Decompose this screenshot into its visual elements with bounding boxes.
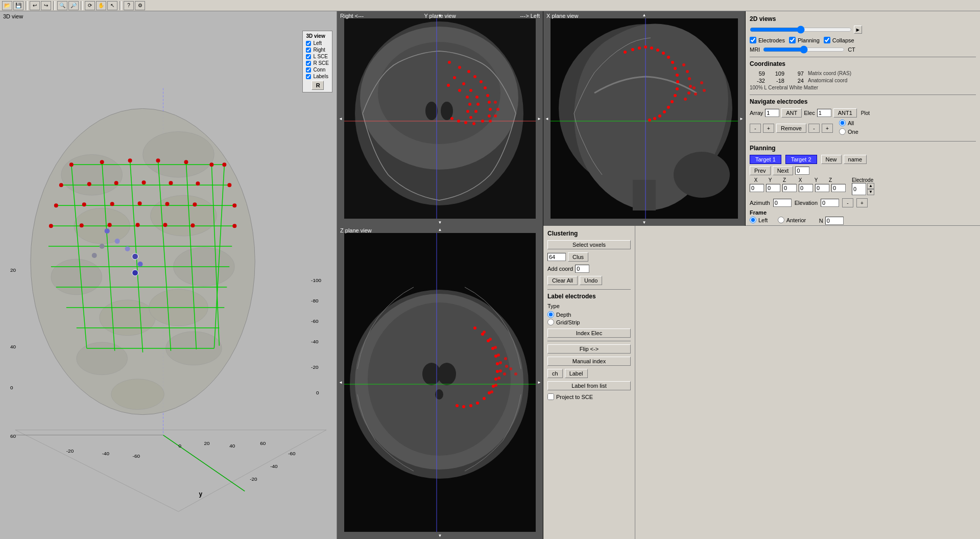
toolbar-btn-open[interactable]: 📂 xyxy=(2,1,12,10)
svg-point-166 xyxy=(692,86,696,89)
toolbar-btn-undo[interactable]: ↩ xyxy=(30,1,40,10)
toolbar-btn-settings[interactable]: ⚙ xyxy=(135,1,145,10)
depth-radio-group[interactable]: Depth xyxy=(547,311,631,318)
grid-strip-label: Grid/Strip xyxy=(556,319,580,325)
select-voxels-button[interactable]: Select voxels xyxy=(547,240,631,249)
zplane-scroll-bottom[interactable]: ▼ xyxy=(337,532,543,539)
grid-strip-radio-group[interactable]: Grid/Strip xyxy=(547,319,631,325)
new-button[interactable]: New xyxy=(821,155,842,164)
elec-plus[interactable]: + xyxy=(822,124,833,133)
nav-minus[interactable]: - xyxy=(750,124,761,133)
name-button[interactable]: name xyxy=(844,155,867,164)
svg-point-109 xyxy=(486,94,489,97)
next-button[interactable]: Next xyxy=(773,166,794,175)
t2z-input[interactable] xyxy=(831,184,846,192)
svg-point-11 xyxy=(51,259,102,295)
depth-radio[interactable] xyxy=(547,311,554,318)
electrodes-check-group[interactable]: Electrodes xyxy=(750,37,785,43)
svg-point-56 xyxy=(49,224,53,228)
toolbar-btn-save[interactable]: 💾 xyxy=(13,1,23,10)
t2x-input[interactable] xyxy=(799,184,813,192)
plot-one-group[interactable]: One xyxy=(839,128,858,135)
next-value-input[interactable] xyxy=(795,167,809,175)
n-input[interactable] xyxy=(825,217,844,225)
toolbar-btn-zoom-out[interactable]: 🔎 xyxy=(68,1,79,10)
toolbar-sep2 xyxy=(53,1,55,10)
prev-button[interactable]: Prev xyxy=(750,166,771,175)
elevation-input[interactable] xyxy=(821,199,839,207)
add-coord-input[interactable] xyxy=(575,265,589,273)
anterior-frame-radio[interactable] xyxy=(778,217,784,223)
zplane-scroll-left[interactable]: ◄ xyxy=(337,226,344,539)
planning-check[interactable] xyxy=(789,37,796,43)
t1y-input[interactable] xyxy=(766,184,780,192)
xplane-scroll-left[interactable]: ◄ xyxy=(543,11,551,226)
clus-button[interactable]: Clus xyxy=(568,252,588,262)
zplane-scroll-right[interactable]: ► xyxy=(536,226,543,539)
left-radio-group[interactable]: Left xyxy=(750,217,772,223)
yplane-scroll-left[interactable]: ◄ xyxy=(337,11,344,226)
views2d-scroll-right[interactable]: ► xyxy=(854,26,862,34)
toolbar-btn-zoom-in[interactable]: 🔍 xyxy=(57,1,67,10)
collapse-check[interactable] xyxy=(824,37,830,43)
t2y-input[interactable] xyxy=(815,184,829,192)
planning-check-group[interactable]: Planning xyxy=(789,37,820,43)
ch-button[interactable]: ch xyxy=(547,369,563,378)
plot-all-radio[interactable] xyxy=(839,120,846,126)
svg-point-123 xyxy=(474,110,477,113)
electrode-input[interactable] xyxy=(852,183,866,195)
electrode-minus[interactable]: ▼ xyxy=(867,189,874,195)
elec-minus[interactable]: - xyxy=(808,124,820,133)
xplane-scroll-right[interactable]: ► xyxy=(738,11,745,226)
xplane-scroll-bottom[interactable]: ▼ xyxy=(543,219,745,226)
mri-slider[interactable] xyxy=(763,46,845,53)
target2-button[interactable]: Target 2 xyxy=(785,155,817,164)
t1z-input[interactable] xyxy=(782,184,797,192)
electrode-plus[interactable]: ▲ xyxy=(867,183,874,189)
plot-all-group[interactable]: All xyxy=(839,120,858,126)
left-frame-radio[interactable] xyxy=(750,217,756,223)
grid-strip-radio[interactable] xyxy=(547,319,554,325)
svg-point-167 xyxy=(694,92,697,96)
toolbar-btn-pan[interactable]: ✋ xyxy=(96,1,106,10)
flip-button[interactable]: Flip <-> xyxy=(547,344,631,354)
nav-plus[interactable]: + xyxy=(763,124,774,133)
remove-button[interactable]: Remove xyxy=(776,124,806,133)
ant1-button[interactable]: ANT1 xyxy=(833,108,857,118)
clear-all-button[interactable]: Clear All xyxy=(547,276,578,285)
toolbar-btn-redo[interactable]: ↪ xyxy=(41,1,51,10)
index-elec-button[interactable]: Index Elec xyxy=(547,329,631,338)
brain-3d-view[interactable]: y 60 40 20 0 -100 -80 -60 -40 -20 0 -20 … xyxy=(0,11,337,539)
az-plus[interactable]: + xyxy=(856,198,868,207)
project-sce-group[interactable]: Project to SCE xyxy=(547,393,631,400)
undo-button[interactable]: Undo xyxy=(580,276,602,285)
toolbar-btn-select[interactable]: ↖ xyxy=(107,1,117,10)
ant-button[interactable]: ANT xyxy=(781,108,802,118)
yplane-scroll-bottom[interactable]: ▼ xyxy=(337,219,543,226)
array-input[interactable] xyxy=(765,109,779,117)
label-button[interactable]: Label xyxy=(565,369,588,378)
divider1 xyxy=(750,57,976,57)
target1-button[interactable]: Target 1 xyxy=(750,155,781,164)
svg-point-55 xyxy=(232,203,236,207)
views2d-slider[interactable] xyxy=(750,27,852,33)
label-from-list-button[interactable]: Label from list xyxy=(547,381,631,390)
cluster-value-input[interactable] xyxy=(547,253,566,261)
project-sce-check[interactable] xyxy=(547,393,554,400)
anterior-radio-group[interactable]: Anterior xyxy=(778,217,809,223)
svg-text:-40: -40 xyxy=(102,451,110,456)
elec-input[interactable] xyxy=(817,109,831,117)
svg-text:60: 60 xyxy=(260,440,266,446)
z-label2: Z xyxy=(824,177,836,183)
collapse-check-group[interactable]: Collapse xyxy=(824,37,854,43)
azimuth-input[interactable] xyxy=(773,199,792,207)
toolbar-btn-rotate[interactable]: ⟳ xyxy=(85,1,95,10)
manual-index-button[interactable]: Manual index xyxy=(547,357,631,366)
t1x-input[interactable] xyxy=(750,184,764,192)
plot-one-radio[interactable] xyxy=(839,128,846,135)
az-minus[interactable]: - xyxy=(842,198,853,207)
svg-text:20: 20 xyxy=(204,440,210,446)
yplane-scroll-right[interactable]: ► xyxy=(536,11,543,226)
electrodes-check[interactable] xyxy=(750,37,756,43)
toolbar-btn-help[interactable]: ? xyxy=(124,1,134,10)
